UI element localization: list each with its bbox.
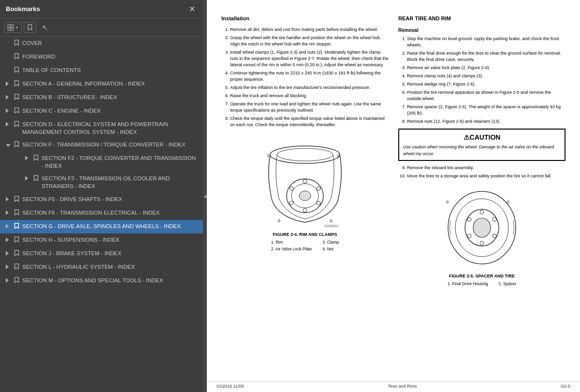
bookmark-icon xyxy=(14,107,19,115)
svg-point-12 xyxy=(290,201,293,205)
bookmark-label: COVER xyxy=(22,39,199,47)
expand-arrow[interactable] xyxy=(6,237,13,244)
expand-arrow[interactable] xyxy=(6,81,13,87)
bookmark-item-section-j[interactable]: SECTION J - BRAKE SYSTEM - INDEX xyxy=(0,247,203,261)
view-options-button[interactable]: ▾ xyxy=(4,22,22,33)
expand-arrow[interactable] xyxy=(6,94,13,101)
bookmark-icon xyxy=(14,209,19,217)
expand-arrow[interactable] xyxy=(6,108,13,115)
svg-point-13 xyxy=(317,201,320,205)
extra-step: Move the tires to a storage area and saf… xyxy=(407,173,566,179)
svg-point-28 xyxy=(467,234,471,238)
bookmark-label: SECTION A - GENERAL INFORMATION - INDEX xyxy=(22,80,199,87)
bookmark-item-section-d[interactable]: SECTION D - ELECTRICAL SYSTEM AND POWERT… xyxy=(0,118,203,138)
pdf-footer: G02016 11/05 Tires and Rims G2-5 xyxy=(207,381,580,392)
bookmarks-toolbar: ▾ ↖ xyxy=(0,18,203,37)
bookmark-icon xyxy=(14,196,19,203)
footer-left: G02016 11/05 xyxy=(217,384,244,390)
bookmark-icon xyxy=(14,53,19,61)
bookmark-label: FOREWORD xyxy=(22,53,199,60)
bookmark-item-section-l[interactable]: SECTION L - HYDRAULIC SYSTEM - INDEX xyxy=(0,261,203,274)
removal-step: Stop the machine on level ground. Apply … xyxy=(407,36,566,48)
removal-step: Position the tire removal apparatus as s… xyxy=(407,89,566,102)
spacer-figure-caption: FIGURE 2-5. SPACER AND TIRE xyxy=(398,273,566,280)
bookmark-add-button[interactable] xyxy=(24,22,36,33)
bookmark-icon xyxy=(14,121,19,129)
bookmark-label: SECTION D - ELECTRICAL SYSTEM AND POWERT… xyxy=(22,120,199,136)
svg-text:G020020: G020020 xyxy=(324,224,338,228)
bookmark-icon xyxy=(14,236,19,244)
bookmark-item-foreword[interactable]: FOREWORD xyxy=(0,50,203,64)
bookmark-item-section-a[interactable]: SECTION A - GENERAL INFORMATION - INDEX xyxy=(0,77,203,91)
caution-box: ⚠CAUTION Use caution when removing the w… xyxy=(398,129,566,161)
svg-rect-0 xyxy=(8,25,10,27)
spacer-figure-area: ① ② FIGURE 2-5. SPACER AND TIRE 1. Final… xyxy=(398,184,566,290)
expand-arrow[interactable] xyxy=(6,121,13,128)
bookmark-label: SECTION F5 - DRIVE SHAFTS - INDEX xyxy=(22,195,199,203)
bookmark-item-section-h[interactable]: SECTION H - SUSPENSIONS - INDEX xyxy=(0,233,203,247)
installation-step: Install wheel clamps (1, Figure 2-3) and… xyxy=(230,49,389,68)
bookmark-icon xyxy=(33,175,39,183)
installation-step: Operate the truck for one load and tight… xyxy=(230,101,389,114)
expand-arrow[interactable] xyxy=(6,142,13,148)
extra-steps: Remove the inboard tire assembly.Move th… xyxy=(398,165,566,179)
resize-handle[interactable]: ◀ xyxy=(203,0,207,392)
footer-right: G2-5 xyxy=(561,384,570,390)
expand-arrow[interactable] xyxy=(6,277,13,284)
installation-step: Adjust the tire inflation to the tire ma… xyxy=(230,85,389,91)
expand-arrow[interactable] xyxy=(6,264,13,271)
svg-point-24 xyxy=(480,210,484,214)
removal-step: Remove nuts (12, Figure 2-6) and retaine… xyxy=(407,118,566,125)
bookmark-label: TABLE OF CONTENTS xyxy=(22,66,199,74)
bookmarks-list: COVERFOREWORDTABLE OF CONTENTSSECTION A … xyxy=(0,37,203,392)
expand-arrow[interactable] xyxy=(6,223,13,230)
bookmark-icon xyxy=(14,263,19,271)
bookmark-item-section-c[interactable]: SECTION C - ENGINE - INDEX xyxy=(0,104,203,118)
bookmark-icon xyxy=(14,277,19,285)
bookmark-item-section-f3[interactable]: SECTION F3 - TRANSMISSION OIL COOLER AND… xyxy=(0,172,203,192)
bookmark-item-section-f2[interactable]: SECTION F2 - TORQUE CONVERTER AND TRANSM… xyxy=(0,152,203,172)
bookmark-label: SECTION G - DRIVE AXLE, SPINDLES AND WHE… xyxy=(22,222,199,230)
caution-text: Use caution when removing the wheel. Dam… xyxy=(403,144,561,157)
bookmark-item-section-f[interactable]: SECTION F - TRANSMISSION / TORQUE CONVER… xyxy=(0,138,203,152)
svg-point-29 xyxy=(493,234,496,238)
installation-step: Raise the truck and remove all blocking. xyxy=(230,93,389,99)
bookmark-item-section-b[interactable]: SECTION B - STRUCTURES - INDEX xyxy=(0,91,203,104)
rim-figure-caption: FIGURE 2-4. RIM AND CLAMPS xyxy=(221,232,389,238)
bookmark-label: SECTION L - HYDRAULIC SYSTEM - INDEX xyxy=(22,263,199,271)
bookmark-label: SECTION C - ENGINE - INDEX xyxy=(22,107,199,115)
svg-point-14 xyxy=(299,191,311,201)
rear-tire-title: REAR TIRE AND RIM xyxy=(398,15,566,23)
bookmark-label: SECTION H - SUSPENSIONS - INDEX xyxy=(22,236,199,244)
bookmark-icon xyxy=(14,223,19,231)
svg-point-8 xyxy=(303,179,307,183)
bookmark-icon xyxy=(14,141,19,149)
svg-text:②: ② xyxy=(506,200,510,204)
bookmark-item-section-f6[interactable]: SECTION F6 - TRANSMISSION ELECTRICAL - I… xyxy=(0,206,203,220)
dropdown-arrow: ▾ xyxy=(16,25,18,30)
grid-icon xyxy=(7,24,15,31)
bookmark-item-cover[interactable]: COVER xyxy=(0,37,203,50)
close-button[interactable]: ✕ xyxy=(187,4,197,14)
expand-arrow[interactable] xyxy=(6,210,13,217)
bookmarks-panel: Bookmarks ✕ ▾ ↖ COVERFOREWORDTABLE OF CO… xyxy=(0,0,203,392)
removal-steps: Stop the machine on level ground. Apply … xyxy=(398,36,566,125)
expand-arrow[interactable] xyxy=(6,196,13,203)
rim-figure-legend: 1. Rim3. Clamp2. Air Valve Lock Plate4. … xyxy=(270,238,340,254)
bookmark-icon xyxy=(14,94,19,102)
expand-arrow[interactable] xyxy=(25,155,32,162)
bookmark-item-toc[interactable]: TABLE OF CONTENTS xyxy=(0,64,203,77)
bookmarks-title: Bookmarks xyxy=(6,5,40,13)
bookmark-item-section-m[interactable]: SECTION M - OPTIONS AND SPECIAL TOOLS - … xyxy=(0,274,203,288)
svg-point-27 xyxy=(493,218,496,221)
svg-text:②: ② xyxy=(336,153,340,158)
svg-point-10 xyxy=(290,187,293,190)
bookmarks-header: Bookmarks ✕ xyxy=(0,0,203,18)
expand-arrow[interactable] xyxy=(6,250,13,257)
expand-arrow[interactable] xyxy=(25,175,32,182)
cursor-icon: ↖ xyxy=(42,24,48,31)
bookmark-item-section-f5[interactable]: SECTION F5 - DRIVE SHAFTS - INDEX xyxy=(0,193,203,206)
caution-title: ⚠CAUTION xyxy=(403,132,561,143)
bookmark-label: SECTION F - TRANSMISSION / TORQUE CONVER… xyxy=(22,141,199,148)
bookmark-item-section-g[interactable]: SECTION G - DRIVE AXLE, SPINDLES AND WHE… xyxy=(0,220,203,233)
